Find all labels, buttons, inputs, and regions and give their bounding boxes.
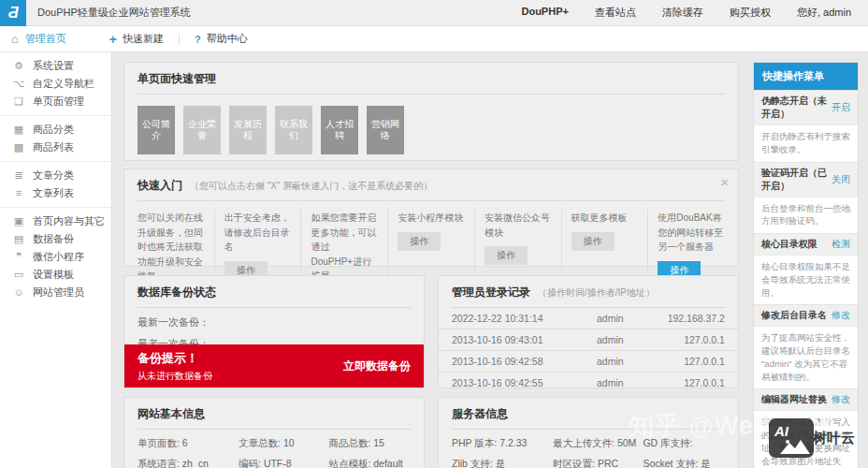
panel-title: 单页面快速管理 xyxy=(137,71,216,87)
header-link[interactable]: 清除缓存 xyxy=(662,6,703,20)
sidebar-item[interactable]: ▣首页内容与其它 xyxy=(0,212,111,230)
quick-start-text: 如果您需要开启更多功能，可以通过DouPHP+进行扩展 xyxy=(311,211,378,284)
sidebar-item-label: 设置模板 xyxy=(33,269,74,281)
record-ip: 127.0.0.1 xyxy=(648,377,725,388)
info-label: 站点模板: xyxy=(328,458,370,468)
header-link[interactable]: 购买授权 xyxy=(730,6,771,20)
nav-separator xyxy=(179,34,180,45)
info-cell: Socket 支持: 是 xyxy=(643,454,725,468)
mountain-icon xyxy=(780,439,810,454)
sidebar-item[interactable]: ▩商品列表 xyxy=(0,139,111,156)
quick-menu-item-desc: 开启伪静态有利于搜索引擎收录。 xyxy=(754,125,858,162)
nav-home-label: 管理首页 xyxy=(25,32,66,46)
user-icon: ☺ xyxy=(12,286,25,299)
quick-menu-item-header: 伪静态开启（未开启）开启 xyxy=(754,90,858,125)
info-cell: PHP 版本: 7.2.33 xyxy=(452,433,553,454)
quick-menu-item-label: 编辑器网址替换 xyxy=(761,393,827,406)
list-icon: ≡ xyxy=(12,187,25,199)
close-icon[interactable]: × xyxy=(720,175,729,189)
single-page-tile[interactable]: 联系我们 xyxy=(275,106,312,154)
operate-button[interactable]: 操作 xyxy=(485,246,528,265)
sidebar-item[interactable]: ≡文章列表 xyxy=(0,184,111,202)
sidebar-item[interactable]: ⌥自定义导航栏 xyxy=(0,75,111,93)
info-value: 10 xyxy=(283,437,295,448)
info-label: PHP 版本: xyxy=(452,437,497,448)
info-label: 单页面数: xyxy=(137,437,180,448)
backup-alert-text: 从未进行数据备份 xyxy=(137,370,212,383)
sitemap-icon: ⌥ xyxy=(12,78,25,90)
single-page-tile[interactable]: 企业荣誉 xyxy=(183,106,221,154)
left-sidebar: ⚙系统设置⌥自定义导航栏❏单页面管理▦商品分类▩商品列表≣文章分类≡文章列表▣首… xyxy=(0,52,112,468)
site-info-panel: 网站基本信息 单页面数: 6文章总数: 10商品总数: 15系统语言: zh_c… xyxy=(123,397,425,468)
database-icon: ▤ xyxy=(12,233,25,245)
sidebar-item[interactable]: ≣文章分类 xyxy=(0,167,111,184)
single-page-tile[interactable]: 营销网络 xyxy=(367,106,404,154)
panel-title: 快速入门 xyxy=(137,178,182,194)
quick-start-text: 您可以关闭在线升级服务，但同时也将无法获取功能升级和安全修复 xyxy=(137,211,205,284)
operate-button[interactable]: 操作 xyxy=(571,232,615,251)
quick-menu-item-header: 编辑器网址替换修改 xyxy=(754,388,858,411)
backup-now-link[interactable]: 立即数据备份 xyxy=(343,358,411,374)
info-cell: 商品总数: 15 xyxy=(328,433,411,454)
douphp-admin-dashboard: Ƌ DouPHP轻量级企业网站管理系统 DouPHP+查看站点清除缓存购买授权您… xyxy=(0,0,868,468)
record-user: admin xyxy=(571,356,648,367)
single-page-tile[interactable]: 人才招聘 xyxy=(321,106,358,154)
quick-operations-menu: 快捷操作菜单 伪静态开启（未开启）开启开启伪静态有利于搜索引擎收录。验证码开启（… xyxy=(753,62,859,468)
quick-menu-action-link[interactable]: 修改 xyxy=(832,309,850,322)
sidebar-item[interactable]: ☺网站管理员 xyxy=(0,284,111,301)
page-icon: ❏ xyxy=(12,95,25,108)
sidebar-item[interactable]: ▭设置模板 xyxy=(0,266,111,284)
single-page-tile[interactable]: 发展历程 xyxy=(229,106,267,154)
quick-menu-item-header: 修改后台目录名修改 xyxy=(754,304,858,327)
sidebar-item[interactable]: ▦商品分类 xyxy=(0,121,111,139)
login-records-panel: 管理员登录记录 （操作时间/操作者/IP地址） 2022-12-22 10:31… xyxy=(438,275,739,388)
header-links: DouPHP+查看站点清除缓存购买授权您好, admin xyxy=(521,6,868,20)
sidebar-item-label: 商品列表 xyxy=(33,141,74,154)
record-time: 2013-10-16 09:42:58 xyxy=(452,356,571,367)
quick-menu-action-link[interactable]: 修改 xyxy=(832,393,850,406)
record-ip: 127.0.0.1 xyxy=(648,356,725,367)
quick-new-button[interactable]: + 快速新建 xyxy=(109,32,164,47)
info-cell: 文章总数: 10 xyxy=(239,433,328,454)
sidebar-item[interactable]: ❏单页面管理 xyxy=(0,93,111,110)
quick-menu-item-desc: 核心目录权限如果不足会导致系统无法正常使用。 xyxy=(754,256,858,304)
panel-title: 数据库备份状态 xyxy=(137,285,216,300)
nav-home[interactable]: ⌂ 管理首页 xyxy=(0,32,66,46)
info-value: 是 xyxy=(701,458,711,468)
header-link[interactable]: 您好, admin xyxy=(797,6,851,20)
sidebar-item[interactable]: ❞微信小程序 xyxy=(0,248,111,266)
quick-menu-action-link[interactable]: 检测 xyxy=(832,238,850,251)
quick-menu-item-label: 验证码开启（已开启） xyxy=(761,167,828,193)
quick-menu-item-label: 修改后台目录名 xyxy=(761,309,827,322)
operate-button[interactable]: 操作 xyxy=(398,232,441,251)
single-page-quick-panel: 单页面快速管理 公司简介企业荣誉发展历程联系我们人才招聘营销网络 xyxy=(123,62,739,161)
sidebar-item[interactable]: ⚙系统设置 xyxy=(0,57,111,75)
single-page-tile[interactable]: 公司简介 xyxy=(137,106,175,154)
record-user: admin xyxy=(571,377,648,388)
panel-title: 管理员登录记录 xyxy=(452,285,530,300)
sidebar-item-label: 数据备份 xyxy=(33,233,74,245)
login-records-list: 2022-12-22 10:31:14admin192.168.37.22013… xyxy=(439,308,738,393)
header-link[interactable]: 查看站点 xyxy=(595,6,636,20)
chat-icon: ❞ xyxy=(12,251,25,263)
panel-note: （操作时间/操作者/IP地址） xyxy=(538,286,655,300)
info-cell: 站点模板: default xyxy=(328,454,411,468)
home-icon: ⌂ xyxy=(11,32,19,46)
quick-menu-item-label: 伪静态开启（未开启） xyxy=(761,95,828,121)
table-icon: ▩ xyxy=(12,141,25,154)
douphp-logo[interactable]: Ƌ xyxy=(0,0,26,26)
login-record-row: 2022-12-22 10:31:14admin192.168.37.2 xyxy=(439,308,738,329)
info-value: zh_cn xyxy=(182,458,209,468)
info-cell: 单页面数: 6 xyxy=(137,433,239,454)
quick-menu-action-link[interactable]: 关闭 xyxy=(832,173,850,186)
info-value: default xyxy=(373,458,403,468)
info-value: 是 xyxy=(496,458,506,468)
help-center-button[interactable]: ? 帮助中心 xyxy=(195,32,248,46)
quick-menu-action-link[interactable]: 开启 xyxy=(832,101,850,114)
sidebar-item-label: 单页面管理 xyxy=(33,95,84,108)
quick-start-text: 使用DouBAK将您的网站转移至另一个服务器 xyxy=(658,211,725,255)
info-label: 最大上传文件: xyxy=(553,437,615,448)
header-link[interactable]: DouPHP+ xyxy=(521,6,568,20)
sidebar-item[interactable]: ▤数据备份 xyxy=(0,230,111,248)
watermark-brand: 树叶云 xyxy=(813,430,855,447)
